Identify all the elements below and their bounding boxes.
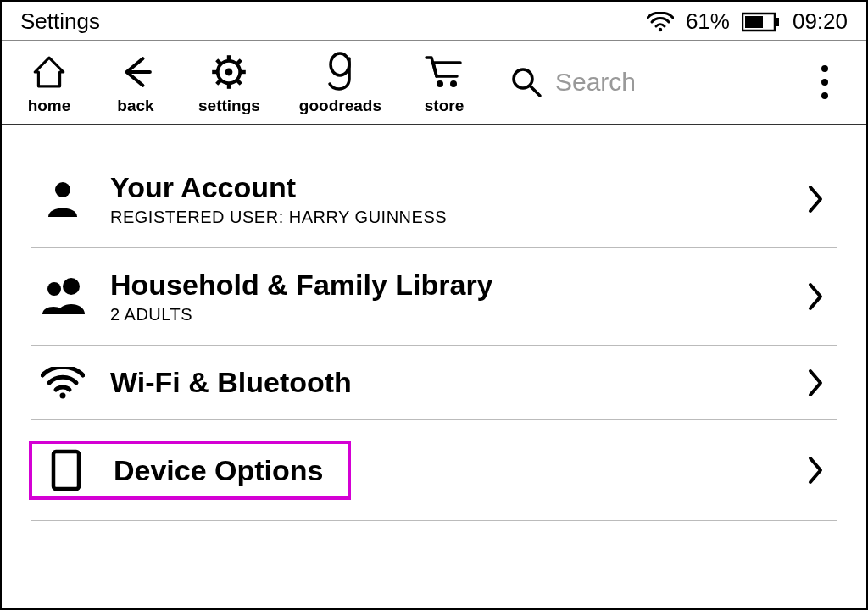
store-label: store — [425, 97, 464, 115]
search-icon — [509, 65, 543, 99]
svg-point-25 — [60, 392, 66, 398]
home-button[interactable]: home — [25, 51, 73, 115]
search-placeholder: Search — [555, 68, 636, 97]
svg-point-16 — [450, 80, 457, 87]
svg-point-0 — [659, 27, 662, 30]
screen-title: Settings — [20, 8, 100, 35]
svg-point-24 — [63, 278, 80, 295]
row-wifi[interactable]: Wi-Fi & Bluetooth — [31, 346, 837, 420]
highlight-box: Device Options — [29, 441, 351, 500]
wifi-icon — [647, 12, 674, 32]
row-your-account-sub: REGISTERED USER: HARRY GUINNESS — [110, 208, 778, 227]
battery-icon — [742, 12, 781, 32]
settings-list: Your Account REGISTERED USER: HARRY GUIN… — [2, 125, 866, 521]
gear-icon — [210, 51, 248, 93]
svg-point-5 — [225, 69, 233, 76]
toolbar: home back — [2, 41, 866, 125]
home-label: home — [28, 97, 71, 115]
back-button[interactable]: back — [112, 51, 159, 115]
kebab-menu-button[interactable] — [782, 41, 866, 124]
row-wifi-title: Wi-Fi & Bluetooth — [110, 366, 778, 399]
goodreads-label: goodreads — [299, 97, 381, 115]
search-input[interactable]: Search — [492, 41, 782, 124]
row-your-account-title: Your Account — [110, 171, 778, 204]
chevron-right-icon — [798, 456, 832, 485]
svg-point-14 — [331, 53, 349, 75]
svg-point-19 — [821, 65, 828, 72]
toolbar-buttons: home back — [2, 41, 492, 124]
chevron-right-icon — [798, 185, 832, 214]
svg-line-18 — [531, 86, 540, 96]
status-bar: Settings 61% 09:20 — [2, 2, 866, 41]
store-icon — [425, 51, 464, 93]
settings-button[interactable]: settings — [198, 51, 260, 115]
svg-point-21 — [821, 92, 828, 99]
svg-line-11 — [237, 80, 241, 84]
svg-point-20 — [821, 79, 828, 86]
svg-line-12 — [237, 60, 241, 64]
svg-line-10 — [217, 60, 220, 64]
battery-percent: 61% — [686, 8, 730, 35]
row-household-sub: 2 ADULTS — [110, 305, 778, 324]
chevron-right-icon — [798, 282, 832, 311]
settings-label: settings — [198, 97, 260, 115]
home-icon — [31, 51, 67, 93]
svg-rect-2 — [775, 18, 779, 26]
status-indicators: 61% 09:20 — [647, 8, 848, 35]
family-icon — [36, 277, 90, 316]
svg-point-23 — [47, 282, 61, 296]
svg-rect-26 — [53, 452, 79, 489]
back-icon — [118, 51, 153, 93]
row-device-options[interactable]: Device Options — [31, 420, 837, 521]
goodreads-button[interactable]: goodreads — [299, 51, 381, 115]
svg-point-22 — [55, 182, 70, 197]
store-button[interactable]: store — [420, 51, 468, 115]
row-household-title: Household & Family Library — [110, 269, 778, 302]
kebab-menu-icon — [821, 64, 829, 100]
svg-rect-3 — [745, 16, 763, 28]
svg-line-13 — [217, 80, 220, 84]
svg-point-17 — [514, 69, 532, 88]
goodreads-icon — [323, 51, 357, 93]
back-label: back — [117, 97, 153, 115]
wifi-icon — [36, 367, 90, 399]
device-icon — [39, 449, 93, 491]
row-household[interactable]: Household & Family Library 2 ADULTS — [31, 248, 837, 346]
user-icon — [36, 180, 90, 219]
row-your-account[interactable]: Your Account REGISTERED USER: HARRY GUIN… — [31, 151, 837, 248]
row-device-title: Device Options — [114, 454, 324, 487]
clock: 09:20 — [793, 8, 848, 35]
svg-point-15 — [437, 80, 443, 87]
chevron-right-icon — [798, 369, 832, 397]
